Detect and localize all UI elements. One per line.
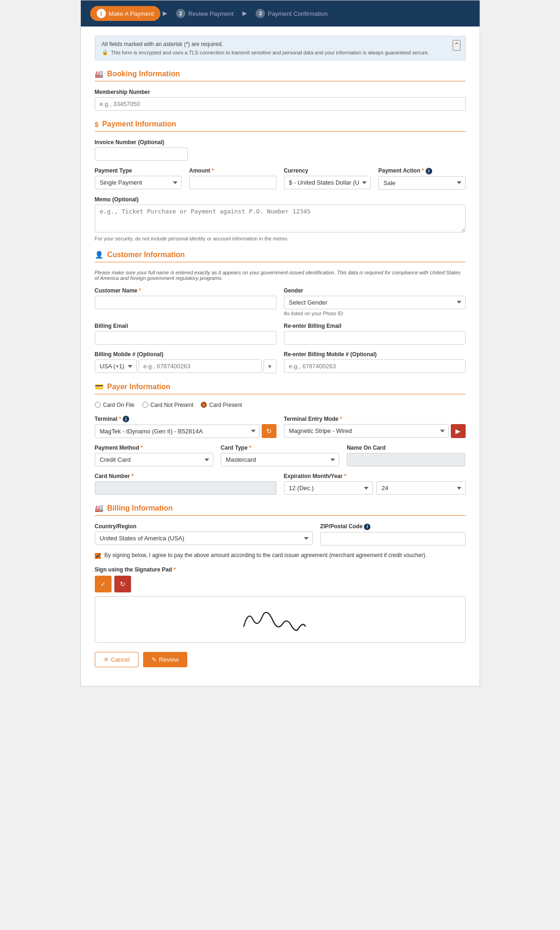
mobile-col: Billing Mobile # (Optional) USA (+1) ▼ [95,351,277,373]
sig-clear-button[interactable]: ↻ [114,576,131,592]
card-not-present-radio[interactable] [142,402,148,408]
signature-svg [95,597,465,642]
card-type-col: Card Type * Mastercard [221,445,339,466]
customer-name-input[interactable]: John Smith [95,296,277,309]
country-select[interactable]: United States of America (USA) [95,531,313,545]
phone-country-select[interactable]: USA (+1) [95,359,137,373]
step-1-num: 1 [97,9,106,18]
sig-buttons: ✓ ↻ [95,576,466,592]
review-button[interactable]: ✎ Review [143,652,187,667]
info-banner: ⌃ All fields marked with an asterisk (*)… [95,36,466,60]
step-3-label: Payment Confirmation [268,10,328,17]
card-number-input: 54545454xxxx5454 [95,481,277,495]
card-not-present-option[interactable]: Card Not Present [142,402,194,408]
step-2-num: 2 [176,9,185,18]
membership-input[interactable] [95,97,466,111]
card-number-col: Card Number * 54545454xxxx5454 [95,473,277,495]
action-label: Payment Action * i [378,167,466,174]
expiry-label: Expiration Month/Year * [284,473,466,479]
card-present-radio[interactable] [201,402,207,408]
gender-hint: As listed on your Photo ID [284,311,466,316]
expiry-month-select[interactable]: 12 (Dec.) [284,481,373,495]
name-gender-row: Customer Name * John Smith Gender Select… [95,287,466,316]
terminal-row: Terminal * i MagTek - tDynamo (Gen II) -… [95,416,466,438]
card-on-file-label: Card On File [103,402,135,408]
step-1-label: Make A Payment [109,10,154,17]
review-pencil-icon: ✎ [152,656,157,663]
card-present-option[interactable]: Card Present [201,402,242,408]
mobile-label: Billing Mobile # (Optional) [95,351,277,358]
person-icon: 👤 [95,251,104,259]
collapse-banner-button[interactable]: ⌃ [453,40,461,51]
billing-email-input[interactable]: user@vela.com [95,331,277,345]
step-2[interactable]: 2 Review Payment [170,6,240,21]
terminal-info-icon[interactable]: i [123,416,129,422]
action-select[interactable]: Sale [378,176,466,190]
country-col: Country/Region United States of America … [95,523,313,545]
cancel-x-icon: ✕ [104,656,109,663]
payment-type-select[interactable]: Single Payment [95,176,182,189]
zip-input[interactable]: 30097 [320,532,466,545]
currency-select[interactable]: $ - United States Dollar (USD) [284,176,371,189]
reenter-email-input[interactable]: user@vela.com [284,331,466,345]
signature-pad[interactable] [95,596,466,643]
card-type-select[interactable]: Mastercard [221,453,339,466]
agreement-text: By signing below, I agree to pay the abo… [105,552,427,558]
sig-confirm-button[interactable]: ✓ [95,576,112,592]
cancel-button[interactable]: ✕ Cancel [95,652,138,667]
payment-type-col: Payment Type Single Payment [95,167,182,190]
booking-icon: 🏭 [95,70,104,78]
entry-mode-select[interactable]: Magnetic Stripe - Wired [284,424,449,438]
payment-method-select[interactable]: Credit Card [95,453,213,466]
amount-req: * [210,167,214,174]
membership-group: Membership Number [95,89,466,111]
zip-info-icon[interactable]: i [364,524,370,530]
memo-textarea[interactable] [95,205,466,232]
card-number-expiry-row: Card Number * 54545454xxxx5454 Expiratio… [95,473,466,495]
mobile-input[interactable] [138,359,262,373]
invoice-input[interactable]: 1234567 [95,147,188,161]
card-on-file-option[interactable]: Card On File [95,402,135,408]
step-1[interactable]: 1 Make A Payment [90,6,161,21]
terminal-input-group: MagTek - tDynamo (Gen II) - B52814A ↻ [95,424,277,438]
terminal-col: Terminal * i MagTek - tDynamo (Gen II) -… [95,416,277,438]
card-type-label: Card Type * [221,445,339,451]
remobile-col: Re-enter Billing Mobile # (Optional) [284,351,466,373]
payment-method-col: Payment Method * Credit Card [95,445,213,466]
gender-label: Gender [284,287,466,294]
step-3-num: 3 [256,9,265,18]
name-on-card-input: MC FRENCH [347,453,465,466]
compliance-text: Please make sure your full name is enter… [95,270,466,281]
expiry-year-select[interactable]: 24 [376,481,466,495]
expiry-col: Expiration Month/Year * 12 (Dec.) 24 [284,473,466,495]
card-on-file-radio[interactable] [95,402,101,408]
payment-section-label: Payment Information [102,120,176,128]
amount-label: Amount * [189,167,277,174]
billing-email-col: Billing Email user@vela.com [95,323,277,345]
phone-ext-button[interactable]: ▼ [264,359,277,373]
terminal-refresh-button[interactable]: ↻ [262,424,277,438]
remobile-input[interactable] [284,359,466,373]
action-info-icon[interactable]: i [426,168,432,174]
gender-select[interactable]: Select Gender [284,296,466,309]
email-row: Billing Email user@vela.com Re-enter Bil… [95,323,466,345]
expiry-row: 12 (Dec.) 24 [284,481,466,495]
customer-section-header: 👤 Customer Information [95,251,466,262]
entry-mode-action-button[interactable]: ▶ [451,424,466,438]
billing-icon: 🏭 [95,504,104,512]
entry-mode-col: Terminal Entry Mode * Magnetic Stripe - … [284,416,466,438]
card-icon: 💳 [95,383,104,391]
billing-section-label: Billing Information [107,504,173,512]
memo-group: Memo (Optional) For your security, do no… [95,196,466,241]
step-3[interactable]: 3 Payment Confirmation [249,6,334,21]
page-wrapper: 1 Make A Payment ► 2 Review Payment ► 3 … [80,0,480,686]
amount-input[interactable]: 100.00 [189,176,277,189]
payer-section-label: Payer Information [107,383,171,391]
step-2-label: Review Payment [188,10,234,17]
dollar-icon: $ [95,120,99,128]
terminal-select[interactable]: MagTek - tDynamo (Gen II) - B52814A [95,425,260,438]
payment-type-label: Payment Type [95,167,182,174]
booking-section-header: 🏭 Booking Information [95,70,466,81]
billing-section-header: 🏭 Billing Information [95,504,466,516]
agreement-checkbox[interactable] [95,553,101,559]
